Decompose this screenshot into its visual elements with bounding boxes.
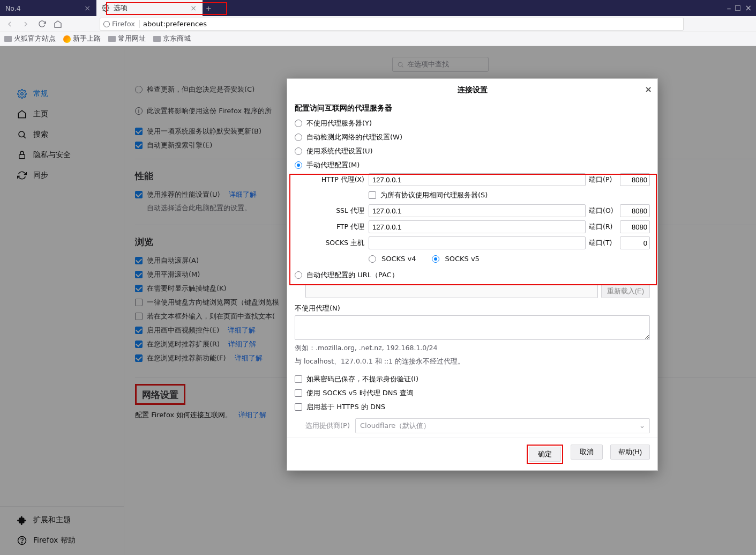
checkbox-no-auth-prompt[interactable] xyxy=(295,375,302,383)
radio-label: 自动代理配置的 URL（PAC） xyxy=(306,270,399,280)
radio-socks-v5[interactable] xyxy=(432,255,439,263)
firefox-icon xyxy=(63,35,71,43)
provider-value: Cloudflare（默认值） xyxy=(360,421,430,431)
url-product-label: Firefox xyxy=(112,20,135,28)
socks-port-input[interactable] xyxy=(620,236,650,249)
ftp-port-label: 端口(R) xyxy=(589,223,617,232)
socks-host-label: SOCKS 主机 xyxy=(305,239,365,248)
new-tab-button[interactable]: + xyxy=(203,0,215,16)
help-button[interactable]: 帮助(H) xyxy=(610,445,650,460)
url-bar[interactable]: Firefox about:preferences xyxy=(100,18,684,31)
http-port-label: 端口(P) xyxy=(589,175,617,184)
radio-socks-v4[interactable] xyxy=(369,255,376,263)
no-proxy-label: 不使用代理(N) xyxy=(295,304,340,312)
ok-button[interactable]: 确定 xyxy=(529,447,561,462)
bookmark-label: 火狐官方站点 xyxy=(14,34,56,43)
bookmark-label: 新手上路 xyxy=(73,34,101,43)
forward-button[interactable] xyxy=(19,18,32,31)
radio-label: 不使用代理服务器(Y) xyxy=(306,119,372,128)
http-proxy-label: HTTP 代理(X) xyxy=(305,175,365,184)
window-controls: – × xyxy=(727,0,756,16)
bookmarks-bar: 火狐官方站点 新手上路 常用网址 京东商城 xyxy=(0,32,756,46)
dialog-title-text: 连接设置 xyxy=(458,85,488,94)
gear-icon xyxy=(102,4,109,12)
ssl-port-label: 端口(O) xyxy=(589,206,617,216)
reload-pac-button[interactable]: 重新载入(E) xyxy=(601,284,650,298)
checkbox-dns-over-https[interactable] xyxy=(295,403,302,411)
tab-strip: No.4 × 选项 × + – × xyxy=(0,0,756,16)
ftp-port-input[interactable] xyxy=(620,220,650,233)
url-path: about:preferences xyxy=(143,20,207,28)
bookmark-label: 京东商城 xyxy=(163,34,191,43)
radio-label: 使用系统代理设置(U) xyxy=(306,146,373,156)
checkbox-label: 如果密码已保存，不提示身份验证(I) xyxy=(306,374,418,384)
cancel-button[interactable]: 取消 xyxy=(571,445,603,460)
nav-toolbar: Firefox about:preferences xyxy=(0,16,756,32)
dialog-subheading: 配置访问互联网的代理服务器 xyxy=(295,103,650,113)
radio-system-proxy[interactable] xyxy=(295,147,302,155)
ssl-port-input[interactable] xyxy=(620,204,650,217)
socks-host-input[interactable] xyxy=(369,236,586,249)
pac-url-input[interactable] xyxy=(305,284,598,298)
highlight-ok-button: 确定 xyxy=(527,445,563,464)
checkbox-label: 使用 SOCKS v5 时代理 DNS 查询 xyxy=(306,388,414,398)
url-product-tag: Firefox xyxy=(103,20,140,28)
checkbox-label: 为所有协议使用相同代理服务器(S) xyxy=(380,190,488,200)
tab-1-close-icon[interactable]: × xyxy=(190,4,197,12)
tab-0-title: No.4 xyxy=(5,4,21,12)
radio-manual-proxy[interactable] xyxy=(295,161,302,169)
folder-icon xyxy=(108,36,116,42)
checkbox-label: 启用基于 HTTPS 的 DNS xyxy=(306,402,385,412)
ssl-proxy-input[interactable] xyxy=(369,204,586,217)
http-port-input[interactable] xyxy=(620,173,650,186)
bookmark-label: 常用网址 xyxy=(118,34,146,43)
radio-label: SOCKS v5 xyxy=(445,255,479,263)
bookmark-item-3[interactable]: 京东商城 xyxy=(153,34,191,43)
ftp-proxy-input[interactable] xyxy=(369,220,586,233)
provider-label: 选用提供商(P) xyxy=(305,421,350,431)
tab-1-title: 选项 xyxy=(114,4,128,13)
minimize-icon[interactable]: – xyxy=(727,3,731,13)
radio-label: SOCKS v4 xyxy=(381,255,416,263)
tab-0-close-icon[interactable]: × xyxy=(84,4,91,12)
bookmark-item-2[interactable]: 常用网址 xyxy=(108,34,146,43)
radio-no-proxy[interactable] xyxy=(295,120,302,127)
http-proxy-input[interactable] xyxy=(369,173,586,186)
close-icon[interactable]: × xyxy=(645,84,652,94)
no-proxy-example: 例如：.mozilla.org, .net.nz, 192.168.1.0/24 xyxy=(295,343,650,353)
chevron-down-icon: ⌄ xyxy=(639,421,645,430)
maximize-icon[interactable] xyxy=(735,5,740,11)
svg-point-0 xyxy=(104,7,107,9)
dialog-title: 连接设置 × xyxy=(287,79,657,100)
back-button[interactable] xyxy=(3,18,16,31)
close-window-icon[interactable]: × xyxy=(745,3,752,13)
connection-settings-dialog: 连接设置 × 配置访问互联网的代理服务器 不使用代理服务器(Y) 自动检测此网络… xyxy=(287,78,658,471)
checkbox-same-proxy[interactable] xyxy=(369,191,376,199)
bookmark-item-1[interactable]: 新手上路 xyxy=(63,34,101,43)
reload-button[interactable] xyxy=(35,18,48,31)
checkbox-socks-dns[interactable] xyxy=(295,389,302,397)
provider-select[interactable]: Cloudflare（默认值） ⌄ xyxy=(355,418,650,433)
bookmark-item-0[interactable]: 火狐官方站点 xyxy=(4,34,56,43)
firefox-icon xyxy=(103,21,110,27)
tab-0[interactable]: No.4 × xyxy=(0,0,96,16)
radio-pac-url[interactable] xyxy=(295,271,302,279)
socks-port-label: 端口(T) xyxy=(589,239,617,248)
tab-1[interactable]: 选项 × xyxy=(96,0,203,16)
folder-icon xyxy=(4,36,12,42)
ssl-proxy-label: SSL 代理 xyxy=(305,206,365,216)
folder-icon xyxy=(153,36,161,42)
radio-label: 自动检测此网络的代理设置(W) xyxy=(306,132,402,142)
radio-label: 手动代理配置(M) xyxy=(306,160,360,170)
home-button[interactable] xyxy=(51,18,64,31)
no-proxy-input[interactable] xyxy=(295,315,650,340)
radio-auto-detect[interactable] xyxy=(295,134,302,141)
ftp-proxy-label: FTP 代理 xyxy=(305,223,365,232)
no-proxy-note: 与 localhost、127.0.0.1 和 ::1 的连接永不经过代理。 xyxy=(295,357,650,367)
